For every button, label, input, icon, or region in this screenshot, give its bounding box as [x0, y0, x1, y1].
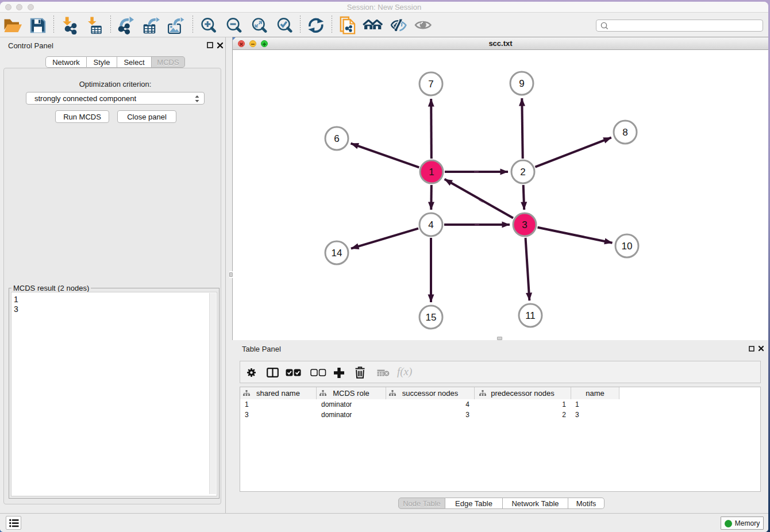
- svg-text:9: 9: [519, 78, 524, 89]
- svg-text:3: 3: [522, 219, 527, 230]
- svg-text:2: 2: [520, 167, 525, 178]
- svg-text:1: 1: [429, 167, 434, 178]
- svg-text:4: 4: [428, 219, 433, 230]
- svg-text:7: 7: [428, 79, 433, 90]
- svg-text:8: 8: [622, 127, 627, 138]
- svg-text:10: 10: [622, 241, 633, 252]
- svg-text:6: 6: [334, 133, 339, 144]
- svg-text:14: 14: [332, 248, 342, 259]
- svg-text:15: 15: [426, 312, 437, 323]
- svg-text:11: 11: [525, 310, 536, 321]
